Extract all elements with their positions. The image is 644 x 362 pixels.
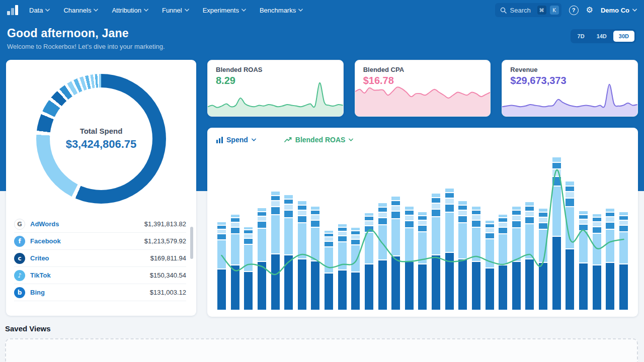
bar-segment — [338, 224, 347, 227]
bar-segment — [552, 237, 561, 310]
bar-segment — [445, 205, 454, 212]
stacked-bar[interactable] — [432, 194, 440, 310]
nav-item-funnel[interactable]: Funnel — [162, 7, 189, 14]
bar-segment — [217, 230, 226, 233]
range-button-7d[interactable]: 7D — [572, 31, 590, 42]
bar-segment — [258, 229, 266, 261]
stacked-bar[interactable] — [486, 221, 494, 310]
stacked-bar[interactable] — [593, 214, 601, 310]
nav-item-experiments[interactable]: Experiments — [203, 7, 246, 14]
bar-segment — [566, 192, 574, 198]
stat-card-row: Blended ROAS8.29Blended CPA$16.78Revenue… — [207, 60, 638, 117]
help-icon[interactable]: ? — [569, 6, 579, 15]
stacked-bar[interactable] — [284, 195, 293, 310]
channel-name[interactable]: AdWords — [30, 220, 139, 228]
nav-item-channels[interactable]: Channels — [63, 7, 98, 14]
nav-item-attribution[interactable]: Attribution — [112, 7, 148, 14]
stacked-bar[interactable] — [418, 212, 427, 310]
stacked-bar[interactable] — [271, 192, 280, 310]
channel-name[interactable]: Criteo — [30, 254, 145, 262]
org-switcher[interactable]: Demo Co — [601, 7, 637, 14]
bar-segment — [258, 222, 266, 228]
channel-spend-value: $150,340.54 — [150, 272, 186, 279]
stacked-bar[interactable] — [512, 207, 521, 310]
bar-segment — [525, 202, 534, 206]
stacked-bar[interactable] — [525, 202, 534, 310]
chevron-down-icon — [252, 138, 256, 141]
bar-segment — [593, 222, 601, 226]
bar-segment — [365, 233, 373, 263]
bar-segment — [593, 234, 601, 264]
channel-name[interactable]: Bing — [30, 289, 145, 296]
stacked-bar[interactable] — [231, 215, 239, 310]
bar-segment — [552, 187, 561, 236]
stacked-bar[interactable] — [539, 209, 547, 310]
stacked-bar[interactable] — [619, 212, 628, 310]
bar-segment — [445, 199, 454, 204]
bar-segment — [391, 201, 400, 205]
stacked-bar[interactable] — [391, 197, 400, 310]
stacked-bar[interactable] — [445, 189, 454, 310]
spend-chart-card: Spend Blended ROAS — [207, 128, 638, 317]
range-button-14d[interactable]: 14D — [591, 31, 612, 42]
stacked-bar[interactable] — [298, 201, 306, 310]
stacked-bar[interactable] — [351, 228, 360, 310]
bar-segment — [258, 262, 266, 310]
main-content: Total Spend $3,424,806.75 GAdWords$1,391… — [0, 60, 644, 317]
stacked-bar[interactable] — [365, 213, 373, 310]
channel-row-facebook[interactable]: fFacebook$1,213,579.92 — [14, 233, 186, 250]
stacked-bar[interactable] — [552, 157, 561, 310]
stacked-bar[interactable] — [499, 215, 507, 310]
bar-segment — [244, 234, 253, 238]
channel-row-tiktok[interactable]: ♪TikTok$150,340.54 — [14, 267, 186, 284]
channel-name[interactable]: TikTok — [30, 272, 145, 279]
stacked-bar[interactable] — [258, 208, 266, 310]
sparkline-chart — [502, 80, 637, 116]
stacked-bar[interactable] — [566, 182, 574, 310]
channel-row-adwords[interactable]: GAdWords$1,391,813.82 — [14, 216, 186, 233]
stacked-bar[interactable] — [325, 231, 333, 310]
nav-item-data[interactable]: Data — [29, 7, 50, 14]
bar-segment — [311, 207, 319, 210]
bar-segment — [338, 242, 347, 269]
bar-segment — [365, 217, 373, 220]
range-button-30d[interactable]: 30D — [613, 31, 634, 42]
search-input[interactable]: Search ⌘ K — [495, 3, 561, 17]
nav-item-benchmarks[interactable]: Benchmarks — [260, 7, 303, 14]
stacked-bar[interactable] — [378, 203, 387, 310]
rockerbox-logo-icon[interactable] — [7, 5, 18, 15]
bar-segment — [271, 207, 280, 214]
bar-segment — [432, 210, 440, 216]
scrollbar[interactable] — [190, 227, 193, 259]
channel-name[interactable]: Facebook — [30, 237, 139, 245]
trend-up-icon — [284, 137, 292, 143]
stacked-bar[interactable] — [458, 201, 467, 310]
cmd-key-badge: ⌘ — [537, 6, 546, 15]
stacked-bar[interactable] — [244, 227, 253, 310]
stacked-bar[interactable] — [472, 207, 480, 310]
bar-segment — [351, 228, 360, 230]
saved-views-empty-dropzone[interactable] — [5, 338, 638, 362]
bar-segment — [512, 216, 521, 220]
gear-icon[interactable]: ⚙ — [586, 6, 593, 14]
bar-segment — [566, 187, 574, 191]
channel-row-criteo[interactable]: cCriteo$169,811.94 — [14, 250, 186, 267]
stacked-bar[interactable] — [579, 211, 588, 310]
stacked-bar[interactable] — [405, 207, 414, 310]
bar-segment — [458, 223, 467, 258]
channel-row-bing[interactable]: bBing$131,003.12 — [14, 284, 186, 301]
metric-selector-blended-roas[interactable]: Blended ROAS — [284, 136, 354, 144]
spend-donut-chart[interactable]: Total Spend $3,424,806.75 — [36, 74, 166, 204]
bar-segment — [405, 221, 414, 227]
stacked-bar[interactable] — [606, 209, 614, 310]
stacked-bar[interactable] — [338, 224, 347, 310]
k-key-badge: K — [550, 6, 559, 15]
bar-segment — [244, 230, 253, 233]
stacked-bar[interactable] — [217, 222, 226, 310]
stacked-bar[interactable] — [311, 207, 319, 310]
google-icon: G — [14, 219, 25, 230]
metric-selector-spend[interactable]: Spend — [216, 136, 256, 144]
stat-card-revenue: Revenue$29,673,373 — [502, 60, 638, 117]
chevron-down-icon — [94, 9, 98, 12]
channel-spend-value: $1,213,579.92 — [144, 237, 186, 245]
